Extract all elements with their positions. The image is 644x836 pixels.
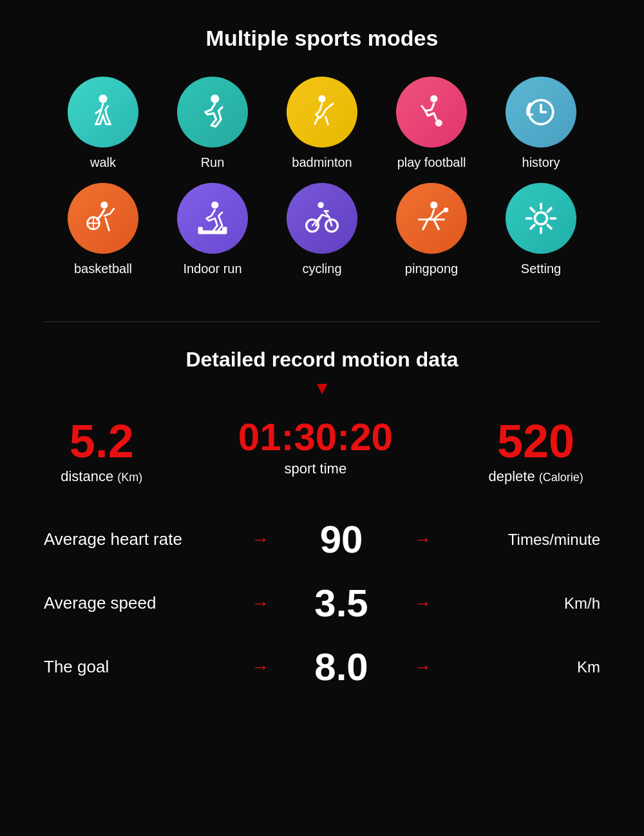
heartrate-arrow-left: → [251, 529, 269, 550]
run-icon [193, 93, 232, 131]
svg-point-0 [99, 95, 107, 103]
sport-item-run[interactable]: Run [177, 77, 248, 170]
history-icon [522, 93, 560, 131]
speed-arrow-right: → [413, 593, 431, 614]
indoor-run-label: Indoor run [183, 261, 242, 276]
run-icon-circle [177, 77, 248, 147]
metric-row-speed: Average speed → 3.5 → Km/h [44, 581, 600, 625]
sport-item-badminton[interactable]: badminton [287, 77, 357, 170]
sport-item-pingpong[interactable]: pingpong [396, 183, 467, 276]
goal-value: 8.0 [296, 645, 386, 689]
cycling-icon [303, 199, 341, 238]
svg-line-26 [547, 225, 551, 229]
history-label: history [522, 155, 560, 170]
sport-item-cycling[interactable]: cycling [287, 183, 357, 276]
speed-name: Average speed [44, 593, 224, 613]
goal-unit: Km [459, 658, 600, 676]
heartrate-unit: Times/minute [459, 531, 600, 549]
football-icon [412, 93, 451, 131]
setting-label: Setting [521, 261, 561, 276]
svg-point-2 [318, 95, 325, 102]
sports-grid: walk Run badminton [13, 77, 631, 276]
speed-arrow-left: → [251, 593, 269, 614]
cycling-icon-circle [287, 183, 357, 254]
svg-point-1 [211, 95, 219, 103]
speed-unit: Km/h [459, 594, 600, 613]
goal-arrow-right: → [413, 657, 431, 678]
setting-icon-circle [506, 183, 576, 254]
goal-name: The goal [44, 657, 224, 677]
sport-item-setting[interactable]: Setting [506, 183, 576, 276]
metric-row-goal: The goal → 8.0 → Km [44, 645, 600, 689]
football-icon-circle [396, 77, 467, 147]
setting-icon [522, 199, 560, 238]
distance-label: distance (Km) [61, 468, 142, 485]
pingpong-label: pingpong [405, 261, 458, 276]
pingpong-icon-circle [396, 183, 467, 254]
sports-row-1: walk Run badminton [68, 77, 576, 170]
deplete-value: 520 [497, 418, 574, 464]
metrics-table: Average heart rate → 90 → Times/minute A… [44, 517, 600, 689]
basketball-label: basketball [74, 261, 132, 276]
distance-value: 5.2 [70, 418, 134, 464]
svg-rect-11 [199, 231, 225, 234]
sports-title: Multiple sports modes [206, 26, 439, 51]
time-label: sport time [285, 461, 347, 477]
walk-label: walk [90, 155, 116, 170]
svg-point-14 [317, 202, 323, 208]
basketball-icon [84, 199, 122, 238]
svg-rect-12 [198, 227, 204, 234]
run-label: Run [201, 155, 225, 170]
indoor-run-icon-circle [177, 183, 248, 254]
goal-arrow-left: → [251, 657, 269, 678]
heartrate-name: Average heart rate [44, 529, 224, 549]
pingpong-icon [412, 199, 451, 238]
sport-item-history[interactable]: history [506, 77, 576, 170]
section-divider [44, 321, 600, 322]
svg-point-19 [444, 207, 449, 213]
indoor-run-icon [193, 199, 232, 238]
walk-icon [84, 93, 122, 131]
speed-value: 3.5 [296, 581, 386, 625]
cycling-label: cycling [302, 261, 341, 276]
svg-point-3 [430, 95, 437, 102]
stats-row: 5.2 distance (Km) 01:30:20 sport time 52… [13, 418, 631, 485]
walk-icon-circle [68, 77, 138, 147]
stat-time: 01:30:20 sport time [238, 418, 393, 477]
svg-point-10 [211, 202, 218, 209]
sport-item-football[interactable]: play football [396, 77, 467, 170]
sport-item-walk[interactable]: walk [68, 77, 138, 170]
svg-point-20 [535, 213, 547, 225]
metric-row-heartrate: Average heart rate → 90 → Times/minute [44, 517, 600, 562]
football-label: play football [397, 155, 466, 170]
svg-line-25 [531, 208, 535, 212]
badminton-icon [303, 93, 341, 131]
badminton-label: badminton [292, 155, 352, 170]
stat-distance: 5.2 distance (Km) [61, 418, 142, 485]
basketball-icon-circle [68, 183, 138, 254]
heartrate-value: 90 [296, 517, 386, 562]
svg-rect-13 [222, 227, 227, 234]
svg-point-17 [430, 202, 437, 209]
history-icon-circle [506, 77, 576, 147]
arrow-down: ▼ [313, 378, 331, 399]
time-value: 01:30:20 [238, 418, 393, 457]
svg-line-28 [531, 225, 535, 229]
stat-deplete: 520 deplete (Calorie) [488, 418, 583, 485]
sport-item-indoor-run[interactable]: Indoor run [177, 183, 248, 276]
heartrate-arrow-right: → [413, 529, 431, 550]
svg-point-6 [100, 202, 108, 209]
sports-row-2: basketball Indoor run [68, 183, 576, 276]
deplete-label: deplete (Calorie) [488, 468, 583, 485]
badminton-icon-circle [287, 77, 357, 147]
svg-line-27 [547, 208, 551, 212]
svg-point-4 [435, 119, 442, 126]
sport-item-basketball[interactable]: basketball [68, 183, 138, 276]
record-title: Detailed record motion data [185, 348, 458, 372]
